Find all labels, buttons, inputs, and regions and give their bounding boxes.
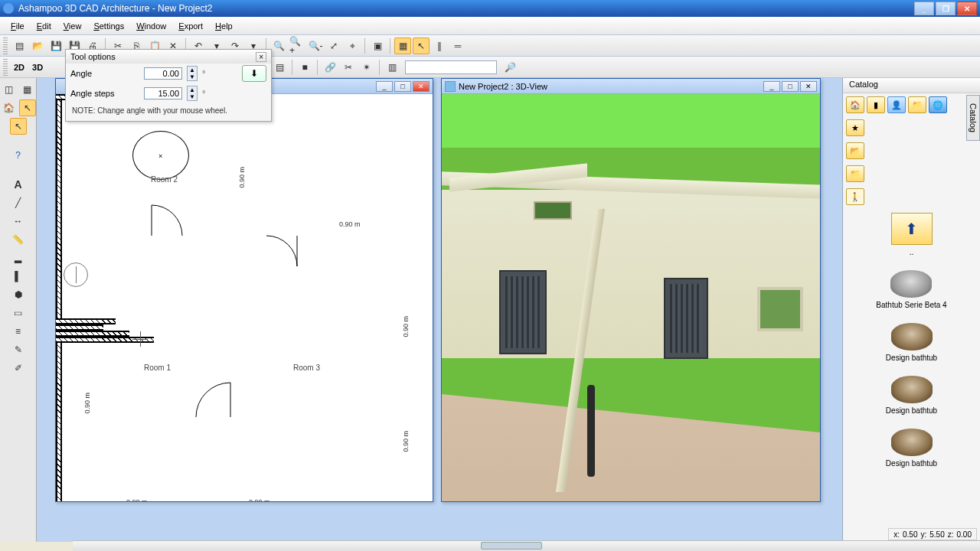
window-minimize-button[interactable]: _ — [914, 2, 934, 15]
explode-button[interactable]: ✴ — [358, 59, 375, 76]
menu-file[interactable]: File — [5, 19, 31, 33]
catalog-item[interactable]: Design bathtub — [886, 323, 937, 362]
open-file-button[interactable]: 📂 — [29, 37, 46, 54]
ruler-tool[interactable]: ▂ — [10, 249, 27, 266]
menu-view[interactable]: View — [57, 19, 88, 33]
menu-help[interactable]: Help — [209, 19, 239, 33]
coord-z-label: z: — [948, 530, 954, 539]
search-go-button[interactable]: 🔎 — [501, 59, 518, 76]
menu-export[interactable]: Export — [172, 19, 209, 33]
home-tool[interactable]: 🏠 — [1, 99, 18, 116]
plan-window: _ □ ✕ × — [55, 78, 433, 502]
tool-options-note: NOTE: Change angle with your mouse wheel… — [66, 103, 271, 121]
angle-steps-input[interactable] — [144, 87, 182, 99]
catalog-side-tab[interactable]: Catalog — [966, 95, 980, 141]
catalog-up-item[interactable]: ⬆ .. — [891, 213, 933, 256]
dimension-tool[interactable]: ↔ — [10, 213, 27, 230]
catalog-folder-button[interactable]: 📂 — [846, 142, 864, 159]
window-close-button[interactable]: ✕ — [957, 2, 977, 15]
new-file-button[interactable]: ▤ — [11, 37, 28, 54]
view3d-titlebar[interactable]: New Project2 : 3D-View _ □ ✕ — [442, 79, 820, 94]
room-label: Room 1 — [144, 364, 171, 372]
dimension-label: 0.90 m — [249, 498, 270, 501]
catalog-cat4-button[interactable]: 🌐 — [929, 96, 947, 113]
toolbar-grip[interactable] — [3, 59, 8, 76]
pointer-tool[interactable]: ↖ — [19, 99, 36, 116]
menu-window[interactable]: Window — [130, 19, 172, 33]
catalog-home-button[interactable]: 🏠 — [846, 96, 864, 113]
tab-2d[interactable]: 2D — [11, 63, 28, 72]
plan-max-button[interactable]: □ — [394, 81, 411, 92]
apply-angle-button[interactable]: ⬇ — [242, 65, 266, 82]
bathtub-icon — [891, 323, 933, 350]
dimension-label: 0.90 m — [126, 498, 148, 501]
bathtub-icon — [891, 376, 933, 403]
quick-search-input[interactable] — [405, 60, 497, 74]
view3d-canvas[interactable] — [442, 94, 820, 501]
fill-button[interactable]: ■ — [296, 59, 313, 76]
grid-toggle-button[interactable]: ▦ — [394, 37, 411, 54]
dimension-label: 0.90 m — [238, 167, 246, 188]
window-maximize-button[interactable]: ❐ — [936, 2, 956, 15]
select-tool[interactable]: ↖ — [10, 118, 27, 135]
line-tool[interactable]: ╱ — [10, 194, 27, 211]
text-tool[interactable]: A — [10, 176, 27, 193]
tool-options-close-icon[interactable]: × — [256, 52, 266, 62]
catalog-item[interactable]: Bathtub Serie Beta 4 — [876, 270, 946, 309]
measure-tool[interactable]: 📏 — [10, 231, 27, 248]
zoom-fit-button[interactable]: ⤢ — [325, 37, 342, 54]
align-button[interactable]: ▥ — [384, 59, 400, 76]
plan-canvas[interactable]: × Room 2 Room 1 Room 3 0.90 m 0.90 m 0.9… — [56, 94, 433, 501]
coord-y-label: y: — [921, 530, 927, 539]
scrollbar-thumb[interactable] — [481, 542, 542, 549]
catalog-item[interactable]: Design bathtub — [886, 376, 937, 415]
floorplan-tool[interactable]: ◫ — [1, 81, 18, 98]
catalog-item[interactable]: Design bathtub — [886, 429, 937, 468]
catalog-cat1-button[interactable]: ▮ — [867, 96, 885, 113]
view3d-close-button[interactable]: ✕ — [800, 81, 817, 92]
menubar: File Edit View Settings Window Export He… — [0, 17, 980, 35]
catalog-cat3-button[interactable]: 📁 — [908, 96, 926, 113]
guides-v-button[interactable]: ‖ — [431, 37, 448, 54]
fullscreen-button[interactable]: ▣ — [369, 37, 386, 54]
zoom-button[interactable]: 🔍 — [270, 37, 287, 54]
horizontal-scrollbar[interactable] — [73, 540, 980, 551]
catalog-cat2-button[interactable]: 👤 — [887, 96, 906, 113]
wall-tool[interactable]: ▌ — [10, 268, 27, 285]
angle-input[interactable] — [144, 67, 182, 80]
eraser-tool[interactable]: ✐ — [10, 360, 27, 377]
layer-button[interactable]: ▤ — [271, 59, 288, 76]
zoom-out-button[interactable]: 🔍- — [307, 37, 324, 54]
grid-tool[interactable]: ▦ — [19, 81, 36, 98]
room-label: Room 2 — [151, 175, 178, 184]
roof-tool[interactable]: ⬢ — [10, 286, 27, 303]
catalog-person-button[interactable]: 🚶 — [846, 188, 864, 205]
view3d-max-button[interactable]: □ — [782, 81, 799, 92]
angle-steps-spinner[interactable]: ▲▼ — [187, 86, 198, 101]
save-button[interactable]: 💾 — [47, 37, 64, 54]
catalog-folder2-button[interactable]: 📁 — [846, 165, 864, 182]
window-tool[interactable]: ▭ — [10, 305, 27, 321]
toolbar-grip[interactable] — [3, 37, 8, 54]
snap-pointer-button[interactable]: ↖ — [413, 37, 430, 54]
help-tool[interactable]: ? — [10, 147, 27, 164]
guides-h-button[interactable]: ═ — [449, 37, 466, 54]
window-titlebar: Ashampoo 3D CAD Architecture - New Proje… — [0, 0, 980, 17]
menu-edit[interactable]: Edit — [31, 19, 57, 33]
angle-spinner[interactable]: ▲▼ — [187, 66, 198, 81]
paint-tool[interactable]: ✎ — [10, 341, 27, 358]
app-icon — [3, 3, 14, 14]
link-button[interactable]: 🔗 — [322, 59, 338, 76]
plan-close-button[interactable]: ✕ — [413, 81, 430, 92]
break-button[interactable]: ✂ — [340, 59, 357, 76]
zoom-in-button[interactable]: 🔍+ — [289, 37, 305, 54]
dimension-label: 0.90 m — [83, 393, 91, 414]
view3d-min-button[interactable]: _ — [763, 81, 780, 92]
menu-settings[interactable]: Settings — [87, 19, 130, 33]
catalog-panel: Catalog 🏠 ▮ 👤 📁 🌐 ★ 📂 📁 🚶 ⬆ .. — [842, 78, 980, 542]
zoom-region-button[interactable]: ⌖ — [344, 37, 361, 54]
catalog-fav-button[interactable]: ★ — [846, 119, 864, 136]
stairs-tool[interactable]: ≡ — [10, 323, 27, 340]
plan-min-button[interactable]: _ — [376, 81, 393, 92]
tab-3d[interactable]: 3D — [29, 63, 46, 72]
